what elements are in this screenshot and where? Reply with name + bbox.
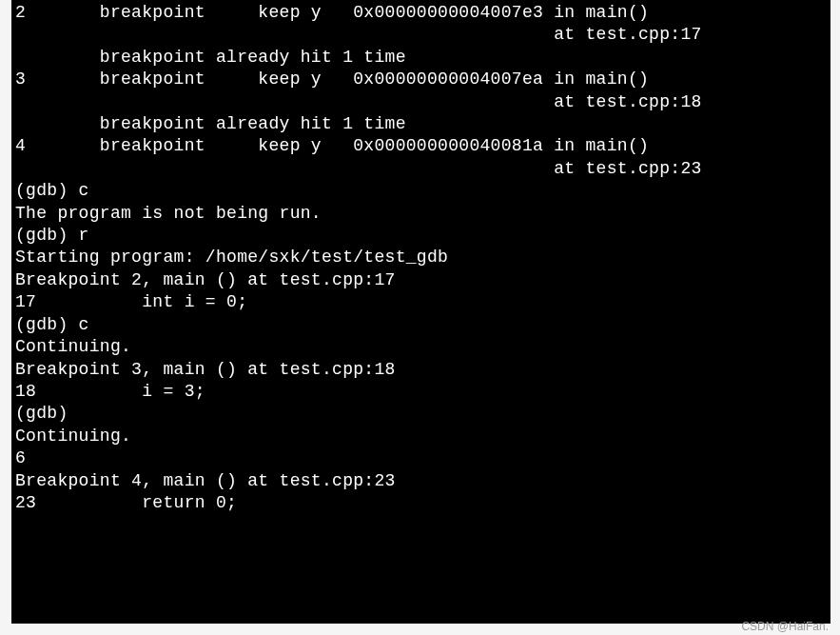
terminal-line: Breakpoint 4, main () at test.cpp:23: [15, 470, 827, 492]
watermark-text: CSDN @HaiFan.: [741, 620, 829, 633]
terminal-line: 3 breakpoint keep y 0x00000000004007ea i…: [15, 69, 827, 90]
terminal-line: 6: [15, 447, 827, 469]
terminal-line: breakpoint already hit 1 time: [15, 113, 827, 135]
terminal-line: breakpoint already hit 1 time: [15, 47, 827, 69]
terminal-line: Breakpoint 3, main () at test.cpp:18: [15, 359, 827, 381]
terminal-line: 18 i = 3;: [15, 381, 827, 403]
terminal-line: (gdb) c: [15, 314, 827, 336]
terminal-line: 2 breakpoint keep y 0x00000000004007e3 i…: [15, 2, 827, 24]
terminal-line: 23 return 0;: [15, 492, 827, 514]
terminal-line: Continuing.: [15, 336, 827, 358]
terminal-line: Continuing.: [15, 426, 827, 447]
terminal-line: 17 int i = 0;: [15, 291, 827, 313]
terminal-line: 4 breakpoint keep y 0x000000000040081a i…: [15, 135, 827, 157]
terminal-line: at test.cpp:18: [15, 91, 827, 113]
terminal-line: Starting program: /home/sxk/test/test_gd…: [15, 247, 827, 268]
terminal-line: at test.cpp:23: [15, 158, 827, 180]
terminal-window[interactable]: 2 breakpoint keep y 0x00000000004007e3 i…: [11, 0, 830, 624]
terminal-line: at test.cpp:17: [15, 24, 827, 46]
terminal-line: (gdb): [15, 403, 827, 425]
terminal-line: The program is not being run.: [15, 203, 827, 225]
terminal-line: Breakpoint 2, main () at test.cpp:17: [15, 269, 827, 291]
terminal-line: (gdb) r: [15, 225, 827, 247]
terminal-line: (gdb) c: [15, 180, 827, 202]
